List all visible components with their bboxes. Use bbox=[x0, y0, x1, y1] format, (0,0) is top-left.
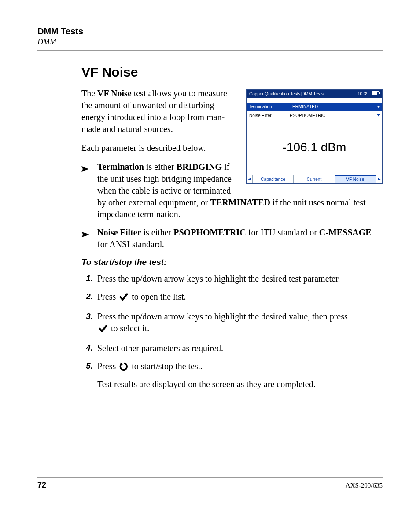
battery-icon bbox=[372, 91, 379, 95]
step-2: 2. Press to open the list. bbox=[96, 291, 383, 305]
termination-value: TERMINATED bbox=[287, 103, 382, 111]
screenshot-title: Copper Qualification Tests|DMM Tests bbox=[249, 91, 324, 97]
step-number: 2. bbox=[81, 291, 93, 302]
step-number: 3. bbox=[81, 311, 93, 322]
page-number: 72 bbox=[37, 481, 46, 490]
termination-label: Termination bbox=[247, 103, 287, 111]
page-footer: 72 AXS-200/635 bbox=[37, 477, 383, 490]
screenshot-time: 10:39 bbox=[357, 92, 368, 96]
procedure-steps: 1. Press the up/down arrow keys to highl… bbox=[81, 273, 383, 390]
bullet-arrow-icon bbox=[81, 229, 91, 241]
step-3: 3. Press the up/down arrow keys to highl… bbox=[96, 311, 383, 336]
procedure-heading: To start/stop the test: bbox=[81, 257, 383, 268]
step-number: 1. bbox=[81, 273, 93, 284]
step-number: 4. bbox=[81, 342, 93, 354]
content-area: VF Noise Copper Qualification Tests|DMM … bbox=[37, 63, 383, 390]
bullet-arrow-icon bbox=[81, 163, 91, 175]
dropdown-icon bbox=[377, 106, 380, 108]
noise-filter-value: PSOPHOMETRIC bbox=[287, 111, 382, 121]
checkmark-icon bbox=[98, 324, 108, 336]
footer-rule bbox=[37, 477, 383, 478]
screenshot-titlebar: Copper Qualification Tests|DMM Tests 10:… bbox=[247, 90, 382, 99]
checkmark-icon bbox=[119, 293, 129, 305]
bullet-termination: Termination is either BRIDGING if the un… bbox=[96, 161, 383, 220]
bullet-noise-filter: Noise Filter is either PSOPHOMETRIC for … bbox=[96, 227, 383, 250]
page-header: DMM Tests DMM bbox=[37, 26, 383, 51]
section-title: DMM bbox=[37, 37, 383, 47]
step-5: 5. Press to start/stop the test. Test re… bbox=[96, 360, 383, 390]
step-number: 5. bbox=[81, 360, 93, 372]
topic-title: VF Noise bbox=[81, 63, 383, 81]
noise-filter-label: Noise Filter bbox=[247, 111, 287, 121]
dropdown-icon bbox=[377, 114, 380, 117]
screenshot-status: 10:39 bbox=[357, 91, 379, 97]
model-number: AXS-200/635 bbox=[346, 482, 383, 489]
chapter-title: DMM Tests bbox=[37, 26, 383, 37]
step-4: 4. Select other parameters as required. bbox=[96, 342, 383, 354]
header-rule bbox=[37, 50, 383, 51]
loop-icon bbox=[119, 362, 129, 374]
step-5-result: Test results are displayed on the screen… bbox=[97, 378, 383, 390]
step-1: 1. Press the up/down arrow keys to highl… bbox=[96, 273, 383, 285]
termination-row[interactable]: Termination TERMINATED bbox=[247, 103, 382, 111]
parameter-list: Termination is either BRIDGING if the un… bbox=[81, 161, 383, 250]
noise-filter-row[interactable]: Noise Filter PSOPHOMETRIC bbox=[247, 111, 382, 121]
